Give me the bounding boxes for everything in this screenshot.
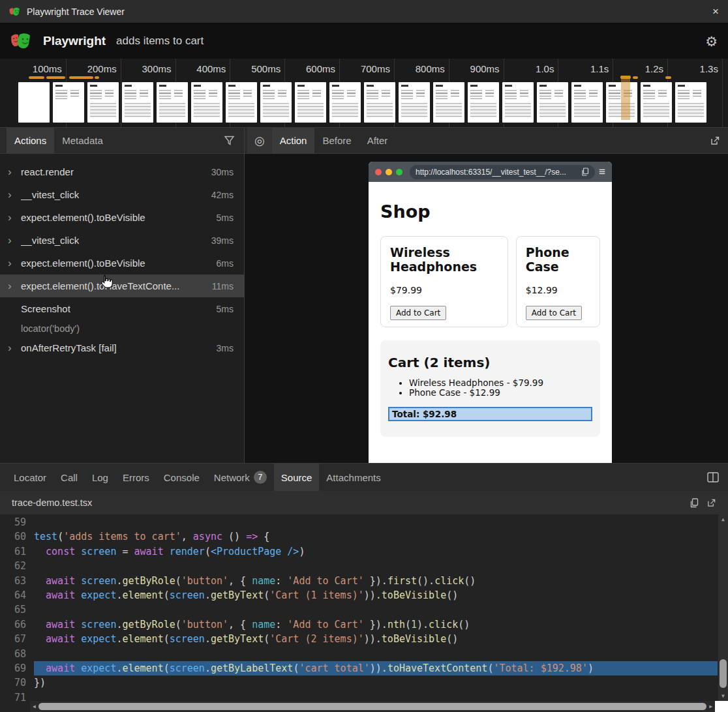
code-line[interactable]: 67 await expect.element(screen.getByText… — [0, 632, 718, 646]
timeline[interactable]: 100ms200ms300ms400ms500ms600ms700ms800ms… — [0, 59, 728, 128]
code-token: const — [46, 546, 75, 557]
copy-url-icon[interactable] — [581, 168, 589, 176]
tab-attachments[interactable]: Attachments — [319, 464, 387, 491]
code-text — [34, 559, 718, 573]
expand-chevron-icon[interactable]: › — [8, 258, 21, 269]
open-snapshot-external-icon[interactable] — [710, 128, 720, 153]
code-text: await expect.element(screen.getByLabelTe… — [34, 661, 718, 675]
filmstrip-thumbnail[interactable] — [675, 82, 706, 123]
thumb-decor — [367, 90, 378, 99]
action-item[interactable]: ›__vitest_click39ms — [0, 229, 244, 252]
tab-log[interactable]: Log — [85, 464, 115, 491]
scroll-right-arrow-icon[interactable]: ▶ — [706, 704, 715, 709]
action-item[interactable]: ›expect.element().toBeVisible6ms — [0, 252, 244, 274]
filmstrip-thumbnail[interactable] — [502, 82, 534, 123]
filmstrip-thumbnail[interactable] — [571, 82, 603, 123]
filter-icon[interactable] — [224, 128, 235, 153]
bottom-tabbar: LocatorCallLogErrorsConsoleNetwork7Sourc… — [0, 464, 728, 491]
code-line[interactable]: 68 — [0, 647, 718, 661]
thumb-decor — [194, 103, 220, 117]
vertical-scrollbar-thumb[interactable] — [720, 659, 727, 688]
action-item[interactable]: ›expect.element().toHaveTextConte...11ms — [0, 274, 244, 297]
filmstrip-thumbnail[interactable] — [122, 82, 153, 123]
code-token: element — [122, 589, 163, 601]
thumb-decor — [643, 90, 655, 99]
filmstrip-thumbnail[interactable] — [364, 82, 395, 123]
code-line[interactable]: 60test('adds items to cart', async () =>… — [0, 529, 718, 544]
tab-errors[interactable]: Errors — [115, 464, 157, 491]
network-request-count-badge: 7 — [254, 471, 267, 484]
filmstrip-thumbnail[interactable] — [537, 82, 568, 123]
code-line[interactable]: 61 const screen = await render(<ProductP… — [0, 544, 718, 559]
tab-before[interactable]: Before — [314, 128, 359, 153]
tab-console[interactable]: Console — [157, 464, 207, 491]
split-view-icon[interactable] — [707, 464, 719, 491]
action-item[interactable]: ›__vitest_click42ms — [0, 183, 244, 206]
code-line[interactable]: 70}) — [0, 675, 718, 690]
code-token: (). — [417, 575, 434, 587]
close-window-button[interactable]: × — [712, 6, 719, 17]
filmstrip-thumbnail[interactable] — [87, 82, 119, 123]
tab-label: Actions — [14, 135, 46, 146]
code-text — [34, 647, 718, 661]
selected-action-time-band — [621, 76, 630, 120]
tab-source[interactable]: Source — [274, 464, 320, 491]
code-line[interactable]: 65 — [0, 602, 718, 617]
filmstrip-thumbnail[interactable] — [18, 82, 50, 123]
filmstrip-thumbnail[interactable] — [433, 82, 464, 123]
copy-source-icon[interactable] — [690, 498, 699, 508]
code-line[interactable]: 66 await screen.getByRole('button', { na… — [0, 617, 718, 632]
tab-locator[interactable]: Locator — [7, 464, 53, 491]
browser-menu-icon[interactable]: ≡ — [599, 166, 605, 179]
scroll-left-arrow-icon[interactable]: ◀ — [30, 704, 38, 709]
filmstrip-thumbnail[interactable] — [260, 82, 292, 123]
action-item[interactable]: ›react.render30ms — [0, 160, 244, 183]
open-source-external-icon[interactable] — [706, 498, 716, 508]
tab-network[interactable]: Network7 — [207, 464, 274, 491]
tab-label: Log — [92, 472, 108, 483]
horizontal-scrollbar-thumb[interactable] — [38, 703, 706, 710]
code-line[interactable]: 63 await screen.getByRole('button', { na… — [0, 574, 718, 588]
filmstrip-thumbnail[interactable] — [468, 82, 499, 123]
expand-chevron-icon[interactable]: › — [8, 189, 21, 200]
filmstrip-thumbnail[interactable] — [329, 82, 361, 123]
tab-after[interactable]: After — [359, 128, 396, 153]
action-item[interactable]: ›Screenshot5ms — [0, 297, 244, 320]
expand-chevron-icon[interactable]: › — [8, 235, 21, 246]
filmstrip-thumbnail[interactable] — [226, 82, 257, 123]
pick-locator-button[interactable]: ◎ — [247, 128, 272, 153]
expand-chevron-icon[interactable]: › — [8, 166, 21, 177]
code-line[interactable]: 69 await expect.element(screen.getByLabe… — [0, 661, 718, 675]
address-bar[interactable]: http://localhost:63315/__vitest_test__/?… — [410, 165, 595, 179]
add-to-cart-button[interactable]: Add to Cart — [390, 306, 446, 320]
filmstrip-thumbnail[interactable] — [399, 82, 430, 123]
filmstrip-thumbnail[interactable] — [641, 82, 672, 123]
filmstrip-thumbnail[interactable] — [295, 82, 326, 123]
thumb-decor — [347, 90, 356, 97]
expand-chevron-icon[interactable]: › — [8, 280, 21, 291]
action-item[interactable]: ›onAfterRetryTask [fail]3ms — [0, 336, 244, 359]
code-token: )). — [364, 589, 382, 601]
expand-chevron-icon[interactable]: › — [8, 212, 21, 223]
thumb-decor — [159, 90, 171, 99]
tab-metadata[interactable]: Metadata — [54, 128, 111, 153]
action-duration: 5ms — [211, 213, 234, 223]
filmstrip-thumbnail[interactable] — [53, 82, 84, 123]
add-to-cart-button[interactable]: Add to Cart — [526, 306, 582, 320]
horizontal-scrollbar[interactable]: ◀ ▶ — [30, 701, 715, 712]
code-line[interactable]: 62 — [0, 559, 718, 573]
code-token — [34, 546, 46, 557]
settings-gear-icon[interactable]: ⚙ — [705, 35, 718, 48]
vertical-scrollbar[interactable]: ▲ ▼ — [718, 514, 728, 701]
tab-action[interactable]: Action — [272, 128, 315, 153]
action-item[interactable]: ›expect.element().toBeVisible5ms — [0, 206, 244, 229]
scroll-up-arrow-icon[interactable]: ▲ — [718, 516, 728, 522]
code-line[interactable]: 59 — [0, 515, 718, 529]
code-line[interactable]: 64 await expect.element(screen.getByText… — [0, 588, 718, 602]
filmstrip-thumbnail[interactable] — [191, 82, 222, 123]
scroll-down-arrow-icon[interactable]: ▼ — [718, 693, 728, 699]
tab-call[interactable]: Call — [53, 464, 85, 491]
expand-chevron-icon[interactable]: › — [8, 342, 21, 353]
tab-actions[interactable]: Actions — [7, 128, 54, 153]
filmstrip-thumbnail[interactable] — [157, 82, 188, 123]
